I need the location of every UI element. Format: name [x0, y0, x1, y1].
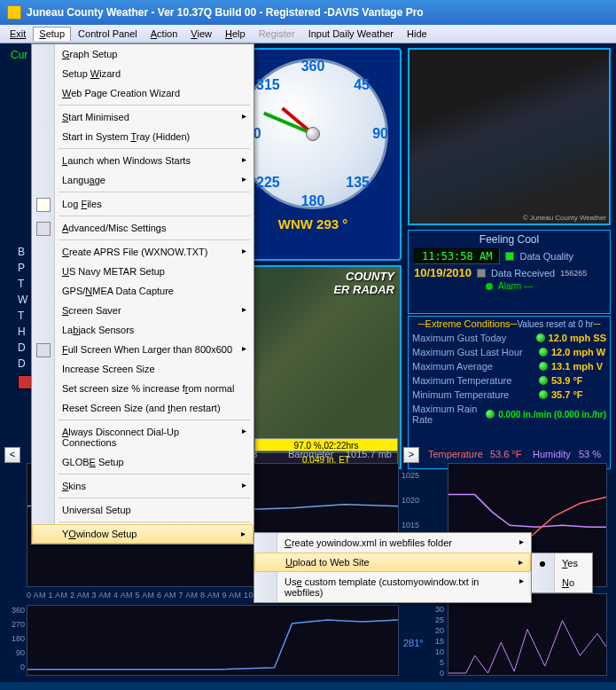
- menu-exit[interactable]: Exit: [4, 27, 32, 41]
- date: 10/19/2010: [414, 266, 472, 279]
- menu-item[interactable]: US Navy METAR Setup: [32, 262, 253, 281]
- compass-ne: 45: [354, 77, 370, 93]
- status-panel: Feeling Cool 11:53:58 AM Data Quality 10…: [408, 230, 611, 314]
- menu-item[interactable]: Reset Screen Size (and then restart): [32, 398, 253, 418]
- menu-item[interactable]: Web Page Creation Wizard: [32, 83, 253, 103]
- winddir-y-axis: 360270180900: [7, 603, 25, 674]
- submenu-item[interactable]: Create yowindow.xml in webfiles folder: [254, 533, 531, 553]
- extreme-rain-label: Maximum Rain Rate: [412, 404, 482, 425]
- app-icon: [7, 5, 21, 20]
- menu-item[interactable]: Labjack Sensors: [32, 320, 253, 340]
- extreme-row-val: 13.1 mph V: [551, 361, 606, 372]
- extreme-row-val: 12.0 mph SS: [549, 333, 606, 343]
- menu-item[interactable]: Increase Screen Size: [32, 359, 253, 379]
- submenu-item[interactable]: Use custom template (customyowindow.txt …: [254, 572, 531, 602]
- menu-item[interactable]: Start in System Tray (Hidden): [32, 127, 253, 146]
- extreme-row-dot: [539, 362, 548, 371]
- screen-icon: [36, 343, 51, 357]
- extreme-header: ─Extreme Conditions─Values reset at 0 hr…: [412, 318, 606, 329]
- data-received-led: [477, 269, 486, 278]
- extreme-row-val: 35.7 °F: [551, 389, 606, 400]
- extreme-row-label: Maximum Temperature: [412, 375, 535, 386]
- menu-item[interactable]: Set screen size % increase from normal: [32, 379, 253, 398]
- extreme-row-dot: [539, 376, 548, 385]
- alarm-led: [486, 283, 493, 290]
- compass-nw: 315: [256, 77, 280, 93]
- gear-icon: [36, 222, 51, 236]
- menu-item[interactable]: Full Screen When Larger than 800x600: [32, 340, 253, 359]
- submenu2-item[interactable]: No: [532, 573, 592, 592]
- bullet-icon: [538, 560, 547, 568]
- setup-menu: Graph SetupSetup WizardWeb Page Creation…: [31, 43, 254, 545]
- yowindow-submenu: Create yowindow.xml in webfiles folderUp…: [253, 532, 532, 603]
- extreme-row-dot: [536, 333, 545, 342]
- menu-item[interactable]: Skins: [32, 476, 253, 496]
- menu-view[interactable]: View: [184, 27, 218, 41]
- menu-item[interactable]: Launch when Windows Starts: [32, 151, 253, 170]
- menu-action[interactable]: Action: [144, 27, 184, 41]
- menu-item[interactable]: Log Files: [32, 194, 253, 214]
- baro-val: 1015.7 mb: [346, 449, 392, 459]
- submenu-item[interactable]: Upload to Web Site: [254, 553, 531, 572]
- compass-hub: [306, 127, 320, 141]
- menu-item[interactable]: YOwindow Setup: [32, 524, 253, 544]
- menu-item[interactable]: Advanced/Misc Settings: [32, 218, 253, 238]
- menu-item[interactable]: Create APRS File (WXNOW.TXT): [32, 242, 253, 262]
- menu-item[interactable]: Graph Setup: [32, 44, 253, 64]
- upload-submenu: YesNo: [531, 553, 593, 593]
- menu-item[interactable]: Setup Wizard: [32, 64, 253, 83]
- extreme-row-label: Maximum Gust Today: [412, 333, 533, 343]
- title-text: Juneau County Weather - Ver 10.37Q Build…: [27, 6, 424, 19]
- menu-setup[interactable]: Setup: [33, 27, 71, 41]
- extreme-row-val: 12.0 mph W: [551, 347, 606, 357]
- menubar: Exit Setup Control Panel Action View Hel…: [0, 25, 616, 43]
- menu-item[interactable]: Screen Saver: [32, 301, 253, 320]
- wind-y-axis: 35302520151050: [428, 593, 444, 678]
- menu-control-panel[interactable]: Control Panel: [72, 27, 144, 41]
- titlebar: Juneau County Weather - Ver 10.37Q Build…: [0, 0, 616, 25]
- compass-e: 90: [372, 126, 388, 142]
- submenu2-item[interactable]: Yes: [532, 553, 592, 573]
- wind-chart: [448, 593, 607, 676]
- menu-item[interactable]: Language: [32, 170, 253, 190]
- alarm-label: Alarm ---: [498, 281, 533, 291]
- map-credit: © Juneau County Weather: [523, 214, 606, 222]
- hum-label: Humidity: [533, 449, 571, 459]
- winddir-chart: [27, 605, 399, 676]
- extreme-row-val: 53.9 °F: [551, 375, 606, 386]
- menu-item[interactable]: Universal Setup: [32, 500, 253, 520]
- menu-input-daily[interactable]: Input Daily Weather: [302, 27, 400, 41]
- compass-s: 180: [301, 193, 325, 209]
- extreme-row-dot: [539, 390, 548, 399]
- data-quality-led: [505, 252, 514, 261]
- menu-item[interactable]: GLOBE Setup: [32, 452, 253, 472]
- extreme-row-label: Maximum Average: [412, 361, 535, 372]
- workspace: Cur BPT WTH DD 360 45 90 135 180 225 270…: [0, 43, 616, 682]
- data-received-count: 156265: [560, 269, 587, 278]
- chart-next-button[interactable]: >: [403, 447, 419, 463]
- baro-label: Barometer: [288, 449, 333, 459]
- menu-item[interactable]: Always Disconnect Dial-Up Connections: [32, 422, 253, 452]
- temp-label: Temperature: [428, 449, 483, 459]
- hum-val: 53 %: [579, 449, 601, 459]
- left-gauge-letters: BPT WTH DD: [18, 244, 32, 389]
- menu-item[interactable]: GPS/NMEA Data Capture: [32, 281, 253, 301]
- clock: 11:53:58 AM: [414, 248, 500, 264]
- temp-val: 53.6 °F: [490, 449, 522, 459]
- extreme-row-label: Minimum Temperature: [412, 389, 535, 400]
- current-label: Cur: [11, 49, 27, 61]
- compass-sw: 225: [256, 175, 280, 191]
- compass-n: 360: [301, 59, 325, 74]
- radar-title: COUNTYER RADAR: [333, 271, 394, 297]
- satellite-image: © Juneau County Weather: [409, 50, 609, 223]
- feeling-text: Feeling Cool: [414, 233, 604, 246]
- extreme-row-dot: [539, 348, 548, 357]
- menu-register: Register: [253, 27, 301, 41]
- chart-prev-button[interactable]: <: [4, 447, 20, 463]
- menu-help[interactable]: Help: [219, 27, 252, 41]
- extreme-rain-val: 0.000 in./min (0.000 in./hr): [498, 410, 606, 419]
- menu-hide[interactable]: Hide: [401, 27, 433, 41]
- satellite-panel: © Juneau County Weather: [408, 48, 611, 225]
- extreme-row-label: Maximum Gust Last Hour: [412, 347, 535, 357]
- menu-item[interactable]: Start Minimised: [32, 107, 253, 127]
